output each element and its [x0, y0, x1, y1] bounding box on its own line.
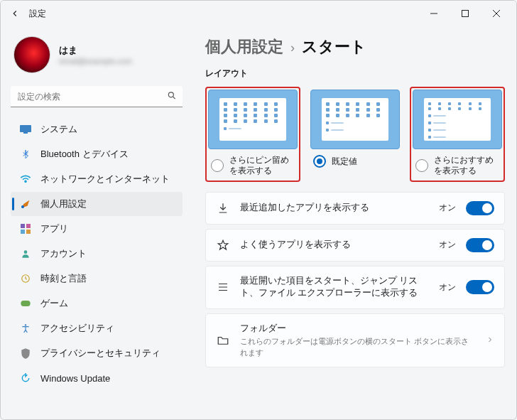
- folders-title: フォルダー: [240, 323, 286, 333]
- user-block[interactable]: はま email@example.com: [11, 31, 183, 86]
- radio-label-more-pins: さらにピン留めを表示する: [229, 155, 295, 176]
- svg-rect-1: [462, 11, 469, 17]
- folders-sub: これらのフォルダーは電源ボタンの横のスタート ボタンに表示されます: [240, 336, 476, 358]
- search-box[interactable]: [11, 86, 183, 107]
- sidebar-item-accounts[interactable]: アカウント: [11, 242, 183, 266]
- sidebar-item-accessibility[interactable]: アクセシビリティ: [11, 316, 183, 340]
- svg-rect-7: [21, 224, 25, 228]
- layout-option-default[interactable]: 既定値: [308, 87, 403, 182]
- window-title: 設定: [29, 8, 46, 20]
- back-button[interactable]: [5, 4, 25, 23]
- svg-point-5: [25, 181, 26, 182]
- folder-icon: [216, 333, 230, 348]
- accessibility-icon: [19, 322, 32, 335]
- toggle-recent-apps[interactable]: [466, 201, 494, 215]
- sidebar-item-network[interactable]: ネットワークとインターネット: [11, 167, 183, 191]
- setting-most-used[interactable]: よく使うアプリを表示する オン: [205, 229, 505, 262]
- person-icon: [19, 247, 32, 260]
- system-icon: [19, 123, 32, 136]
- radio-label-default: 既定値: [332, 156, 357, 167]
- section-layout-label: レイアウト: [205, 68, 505, 80]
- setting-folders[interactable]: フォルダー これらのフォルダーは電源ボタンの横のスタート ボタンに表示されます: [205, 313, 505, 367]
- breadcrumb-parent[interactable]: 個人用設定: [205, 36, 283, 58]
- radio-more-pins[interactable]: [211, 159, 224, 172]
- svg-rect-10: [26, 230, 31, 234]
- setting-label: 最近開いた項目をスタート、ジャンプ リスト、ファイル エクスプローラーに表示する: [240, 275, 429, 300]
- nav: システム Bluetooth とデバイス ネットワークとインターネット 個人用設…: [11, 117, 183, 390]
- sidebar-item-privacy[interactable]: プライバシーとセキュリティ: [11, 341, 183, 365]
- brush-icon: [19, 198, 32, 210]
- sidebar-item-bluetooth[interactable]: Bluetooth とデバイス: [11, 142, 183, 166]
- layout-thumb-more-pins: [208, 90, 298, 149]
- sidebar-item-time[interactable]: 時刻と言語: [11, 266, 183, 291]
- toggle-text: オン: [439, 239, 456, 251]
- sidebar-item-apps[interactable]: アプリ: [11, 217, 183, 241]
- maximize-button[interactable]: [450, 4, 481, 23]
- setting-label: 最近追加したアプリを表示する: [240, 202, 429, 215]
- sidebar-item-label: 個人用設定: [40, 198, 87, 210]
- svg-rect-4: [23, 132, 28, 134]
- toggle-text: オン: [439, 281, 456, 294]
- svg-rect-3: [20, 125, 31, 132]
- shield-icon: [19, 347, 32, 360]
- bluetooth-icon: [19, 148, 32, 161]
- chevron-right-icon: ›: [290, 41, 295, 55]
- svg-rect-8: [26, 224, 31, 228]
- sidebar-item-label: Bluetooth とデバイス: [40, 148, 129, 161]
- sidebar-item-update[interactable]: Windows Update: [11, 366, 183, 390]
- svg-rect-13: [21, 301, 30, 306]
- sidebar-item-label: 時刻と言語: [40, 272, 87, 285]
- user-name: はま: [59, 44, 132, 57]
- breadcrumb: 個人用設定 › スタート: [205, 36, 505, 58]
- download-icon: [216, 201, 230, 215]
- sidebar-item-label: ネットワークとインターネット: [40, 173, 170, 185]
- clock-icon: [19, 272, 32, 285]
- svg-point-6: [21, 205, 24, 208]
- sidebar-item-label: アプリ: [40, 222, 68, 235]
- avatar: [13, 36, 50, 73]
- breadcrumb-current: スタート: [302, 36, 366, 58]
- wifi-icon: [19, 173, 32, 185]
- radio-label-more-recs: さらにおすすめを表示する: [434, 155, 499, 176]
- close-button[interactable]: [481, 4, 512, 23]
- sidebar-item-label: アカウント: [40, 247, 87, 260]
- sidebar-item-label: プライバシーとセキュリティ: [40, 347, 160, 360]
- sidebar-item-label: システム: [40, 123, 77, 136]
- layout-thumb-default: [310, 90, 400, 149]
- game-icon: [19, 297, 32, 310]
- update-icon: [19, 372, 32, 384]
- toggle-recent-items[interactable]: [466, 280, 494, 294]
- sidebar-item-system[interactable]: システム: [11, 117, 183, 141]
- user-email: email@example.com: [59, 57, 132, 65]
- layout-thumb-more-recs: [413, 90, 502, 149]
- svg-rect-9: [21, 230, 25, 234]
- svg-point-11: [24, 250, 28, 254]
- sidebar-item-label: ゲーム: [40, 297, 68, 310]
- sidebar-item-label: アクセシビリティ: [40, 322, 114, 335]
- radio-default[interactable]: [313, 155, 326, 168]
- apps-icon: [19, 222, 32, 235]
- sidebar: はま email@example.com システム: [1, 26, 192, 420]
- layout-option-more-pins[interactable]: さらにピン留めを表示する: [205, 87, 300, 182]
- content: 個人用設定 › スタート レイアウト さらにピン留めを表示する: [192, 26, 516, 420]
- minimize-button[interactable]: [418, 4, 450, 23]
- setting-label: フォルダー これらのフォルダーは電源ボタンの横のスタート ボタンに表示されます: [240, 323, 476, 358]
- layout-options: さらにピン留めを表示する 既定値: [205, 87, 505, 182]
- titlebar: 設定: [1, 1, 516, 26]
- search-input[interactable]: [11, 86, 183, 107]
- toggle-text: オン: [439, 202, 456, 214]
- sidebar-item-label: Windows Update: [40, 373, 110, 384]
- list-icon: [216, 280, 230, 294]
- star-icon: [216, 238, 230, 252]
- svg-point-14: [25, 324, 26, 325]
- sidebar-item-personalization[interactable]: 個人用設定: [11, 192, 183, 216]
- toggle-most-used[interactable]: [466, 238, 494, 252]
- layout-option-more-recs[interactable]: さらにおすすめを表示する: [410, 87, 505, 182]
- setting-label: よく使うアプリを表示する: [240, 239, 429, 252]
- setting-recent-apps[interactable]: 最近追加したアプリを表示する オン: [205, 192, 505, 225]
- setting-recent-items[interactable]: 最近開いた項目をスタート、ジャンプ リスト、ファイル エクスプローラーに表示する…: [205, 266, 505, 309]
- chevron-right-icon: [486, 335, 494, 346]
- radio-more-recs[interactable]: [415, 159, 428, 172]
- sidebar-item-gaming[interactable]: ゲーム: [11, 291, 183, 316]
